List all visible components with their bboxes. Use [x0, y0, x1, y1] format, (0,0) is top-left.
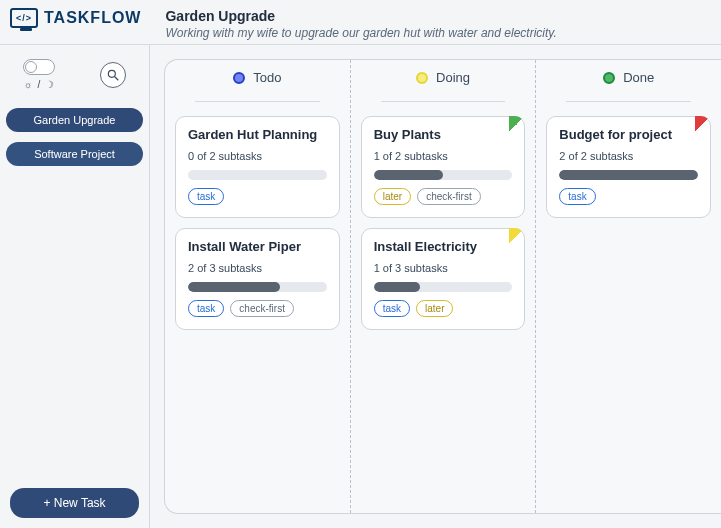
priority-corner-icon [509, 228, 525, 244]
progress-bar [188, 170, 327, 180]
brand-text: TASKFLOW [44, 9, 141, 27]
card-subtasks-label: 2 of 2 subtasks [559, 150, 698, 162]
status-dot-done [603, 72, 615, 84]
column-todo: TodoGarden Hut Planning0 of 2 subtasksta… [165, 60, 351, 513]
tag-later[interactable]: later [374, 188, 411, 205]
tag-later[interactable]: later [416, 300, 453, 317]
progress-bar [559, 170, 698, 180]
task-card[interactable]: Budget for project2 of 2 subtaskstask [546, 116, 711, 218]
search-button[interactable] [100, 62, 126, 88]
theme-label: ☼ / ☽ [24, 79, 56, 90]
progress-bar [188, 282, 327, 292]
status-dot-todo [233, 72, 245, 84]
column-title: Doing [436, 70, 470, 85]
card-title: Garden Hut Planning [188, 127, 327, 142]
sidebar: ☼ / ☽ Garden UpgradeSoftware Project + N… [0, 45, 150, 528]
sidebar-project-garden-upgrade[interactable]: Garden Upgrade [6, 108, 143, 132]
column-title: Done [623, 70, 654, 85]
sidebar-project-software-project[interactable]: Software Project [6, 142, 143, 166]
progress-bar [374, 282, 513, 292]
tag-task[interactable]: task [374, 300, 410, 317]
task-card[interactable]: Buy Plants1 of 2 subtaskslatercheck-firs… [361, 116, 526, 218]
svg-point-0 [108, 70, 115, 77]
task-card[interactable]: Install Water Piper2 of 3 subtaskstaskch… [175, 228, 340, 330]
page-subtitle: Working with my wife to upgrade our gard… [165, 26, 711, 40]
new-task-button[interactable]: + New Task [10, 488, 139, 518]
svg-line-1 [115, 76, 119, 80]
tag-check-first[interactable]: check-first [230, 300, 294, 317]
tag-task[interactable]: task [188, 300, 224, 317]
card-title: Install Water Piper [188, 239, 327, 254]
tag-task[interactable]: task [188, 188, 224, 205]
page-title: Garden Upgrade [165, 8, 711, 24]
progress-bar [374, 170, 513, 180]
app-logo: </> TASKFLOW [10, 8, 141, 28]
card-title: Budget for project [559, 127, 698, 142]
card-subtasks-label: 1 of 2 subtasks [374, 150, 513, 162]
column-done: DoneBudget for project2 of 2 subtaskstas… [536, 60, 721, 513]
column-doing: DoingBuy Plants1 of 2 subtaskslatercheck… [351, 60, 537, 513]
card-subtasks-label: 2 of 3 subtasks [188, 262, 327, 274]
kanban-board: TodoGarden Hut Planning0 of 2 subtasksta… [164, 59, 721, 514]
logo-icon: </> [10, 8, 38, 28]
status-dot-doing [416, 72, 428, 84]
theme-toggle[interactable] [23, 59, 55, 75]
card-subtasks-label: 0 of 2 subtasks [188, 150, 327, 162]
task-card[interactable]: Garden Hut Planning0 of 2 subtaskstask [175, 116, 340, 218]
priority-corner-icon [695, 116, 711, 132]
card-title: Install Electricity [374, 239, 513, 254]
column-title: Todo [253, 70, 281, 85]
card-subtasks-label: 1 of 3 subtasks [374, 262, 513, 274]
tag-task[interactable]: task [559, 188, 595, 205]
tag-check-first[interactable]: check-first [417, 188, 481, 205]
card-title: Buy Plants [374, 127, 513, 142]
task-card[interactable]: Install Electricity1 of 3 subtaskstaskla… [361, 228, 526, 330]
priority-corner-icon [509, 116, 525, 132]
search-icon [106, 68, 120, 82]
